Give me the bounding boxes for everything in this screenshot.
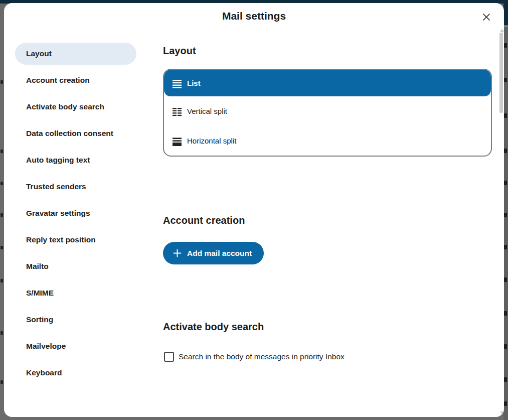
backdrop-artifact bbox=[1, 182, 3, 185]
settings-sidebar: Layout Account creation Activate body se… bbox=[15, 43, 136, 384]
sidebar-item-keyboard[interactable]: Keyboard bbox=[15, 362, 136, 384]
body-search-section-heading: Activate body search bbox=[163, 321, 264, 333]
sidebar-item-trusted-senders[interactable]: Trusted senders bbox=[15, 176, 136, 198]
sidebar-item-mailvelope[interactable]: Mailvelope bbox=[15, 335, 136, 357]
sidebar-item-label: Activate body search bbox=[26, 102, 104, 111]
sidebar-item-label: S/MIME bbox=[26, 289, 54, 298]
sidebar-item-label: Data collection consent bbox=[26, 129, 113, 138]
backdrop-artifact bbox=[504, 213, 507, 217]
layout-section-heading: Layout bbox=[163, 45, 196, 57]
sidebar-item-activate-body-search[interactable]: Activate body search bbox=[15, 96, 136, 118]
backdrop-artifact bbox=[1, 279, 3, 283]
backdrop-artifact bbox=[504, 78, 507, 82]
sidebar-item-data-collection-consent[interactable]: Data collection consent bbox=[15, 122, 136, 145]
sidebar-item-label: Layout bbox=[26, 49, 52, 58]
body-search-checkbox[interactable] bbox=[164, 352, 174, 362]
sidebar-item-label: Mailvelope bbox=[26, 342, 66, 351]
layout-option-horizontal-split[interactable]: Horizontal split bbox=[164, 126, 491, 156]
backdrop-artifact bbox=[1, 213, 3, 217]
backdrop-divider bbox=[503, 26, 508, 27]
backdrop-artifact bbox=[504, 43, 507, 48]
sidebar-item-label: Gravatar settings bbox=[26, 209, 90, 218]
layout-option-label: Vertical split bbox=[187, 107, 227, 115]
backdrop-artifact bbox=[504, 311, 507, 316]
backdrop-artifact bbox=[1, 380, 3, 384]
sidebar-item-label: Sorting bbox=[26, 315, 53, 324]
layout-option-vertical-split[interactable]: Vertical split bbox=[164, 96, 491, 126]
body-search-checkbox-label: Search in the body of messages in priori… bbox=[179, 352, 345, 361]
backdrop-artifact bbox=[504, 401, 507, 406]
backdrop-artifact bbox=[504, 277, 507, 282]
sidebar-item-label: Account creation bbox=[26, 76, 90, 85]
plus-icon bbox=[173, 249, 182, 257]
layout-option-list[interactable]: List bbox=[164, 70, 491, 96]
close-icon bbox=[482, 13, 491, 22]
backdrop-artifact bbox=[1, 331, 3, 335]
backdrop-artifact bbox=[504, 149, 507, 153]
sidebar-item-gravatar-settings[interactable]: Gravatar settings bbox=[15, 202, 136, 224]
backdrop-artifact bbox=[504, 113, 507, 118]
sidebar-item-label: Auto tagging text bbox=[26, 156, 90, 165]
layout-option-group: List Vertical split bbox=[163, 69, 492, 157]
body-search-checkbox-row[interactable]: Search in the body of messages in priori… bbox=[164, 352, 345, 362]
layout-option-label: List bbox=[187, 79, 201, 87]
layout-option-label: Horizontal split bbox=[187, 136, 236, 145]
backdrop-artifact bbox=[504, 344, 507, 349]
vertical-split-icon bbox=[172, 106, 182, 116]
close-button[interactable] bbox=[478, 9, 495, 26]
sidebar-item-label: Keyboard bbox=[26, 368, 62, 377]
backdrop-artifact bbox=[504, 181, 507, 185]
screen: Mail settings Layout Account creation Ac… bbox=[0, 0, 508, 420]
backdrop-header-fragment bbox=[503, 0, 508, 25]
sidebar-item-auto-tagging-text[interactable]: Auto tagging text bbox=[15, 149, 136, 171]
scrollbar-down-arrow[interactable] bbox=[500, 411, 504, 414]
sidebar-item-label: Reply text position bbox=[26, 235, 96, 244]
add-mail-account-button[interactable]: Add mail account bbox=[163, 242, 264, 264]
horizontal-split-icon bbox=[172, 136, 182, 146]
backdrop-artifact bbox=[1, 246, 3, 249]
list-icon bbox=[172, 78, 182, 88]
sidebar-item-mailto[interactable]: Mailto bbox=[15, 255, 136, 277]
account-creation-section-heading: Account creation bbox=[163, 215, 245, 226]
scrollbar-thumb[interactable] bbox=[499, 33, 503, 113]
sidebar-item-sorting[interactable]: Sorting bbox=[15, 309, 136, 331]
sidebar-item-label: Trusted senders bbox=[26, 182, 86, 191]
sidebar-item-layout[interactable]: Layout bbox=[15, 43, 136, 65]
backdrop-artifact bbox=[1, 80, 3, 84]
dialog-title: Mail settings bbox=[4, 10, 504, 22]
backdrop-artifact bbox=[504, 377, 507, 382]
backdrop-artifact bbox=[1, 150, 3, 153]
sidebar-item-label: Mailto bbox=[26, 262, 49, 271]
scrollbar-up-arrow[interactable] bbox=[500, 29, 504, 32]
sidebar-item-account-creation[interactable]: Account creation bbox=[15, 69, 136, 91]
sidebar-item-smime[interactable]: S/MIME bbox=[15, 282, 136, 304]
backdrop-artifact bbox=[504, 245, 507, 249]
mail-settings-dialog: Mail settings Layout Account creation Ac… bbox=[4, 3, 504, 417]
sidebar-item-reply-text-position[interactable]: Reply text position bbox=[15, 229, 136, 251]
backdrop-right-strip bbox=[503, 0, 508, 420]
add-mail-account-label: Add mail account bbox=[187, 249, 252, 258]
